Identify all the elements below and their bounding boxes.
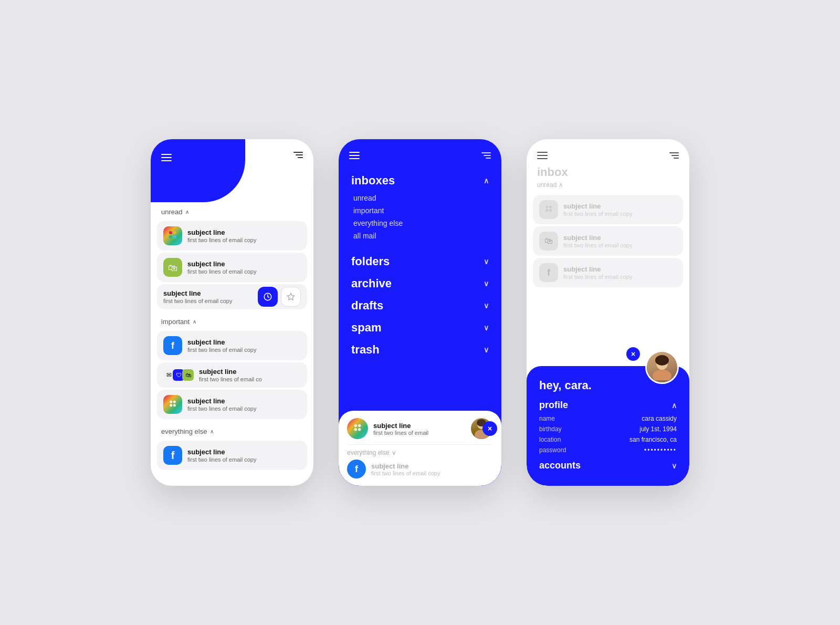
email-item-6[interactable]: f subject line first two lines of email …: [157, 441, 307, 470]
svg-point-18: [545, 206, 548, 209]
clock-action[interactable]: [258, 287, 278, 307]
menu-hamburger-icon[interactable]: [349, 152, 360, 159]
email-item-multi[interactable]: ✉ 🛡 🛍 subject line first two lines of em…: [157, 362, 307, 388]
swipe-actions: [258, 287, 301, 307]
important-chevron[interactable]: ∧: [193, 319, 196, 325]
avatar-slack-2: [163, 395, 182, 414]
bottom-email-item-2[interactable]: f subject line first two lines of email …: [347, 460, 493, 478]
profile-chevron[interactable]: ∧: [671, 401, 677, 410]
profile-filter-icon[interactable]: [669, 152, 679, 159]
bottom-email-item[interactable]: subject line first two lines of email ×: [347, 418, 493, 439]
important-section-label: important ∧: [151, 311, 313, 329]
profile-unread-label: unread ∧: [527, 181, 689, 193]
svg-point-21: [549, 209, 552, 212]
svg-marker-6: [287, 293, 294, 300]
drafts-chevron: ∨: [484, 301, 489, 310]
svg-point-7: [170, 401, 172, 403]
email-text-3: subject line first two lines of email co…: [187, 338, 256, 353]
profile-page-title: inbox: [527, 159, 689, 181]
screen-inbox: inbox unread ∧ subject line first two li…: [151, 139, 313, 486]
svg-text:🛍: 🛍: [168, 263, 177, 273]
bottom-close-btn[interactable]: ×: [482, 421, 497, 436]
inboxes-section: inboxes ∧ unread important everything el…: [339, 170, 501, 242]
everything-else-chevron[interactable]: ∧: [210, 429, 214, 434]
profile-menu-icon[interactable]: [537, 152, 548, 159]
screen-menu: inboxes ∧ unread important everything el…: [339, 139, 501, 486]
nav-unread[interactable]: unread: [351, 192, 489, 204]
archive-label[interactable]: archive ∨: [351, 273, 489, 295]
menu-icon[interactable]: [161, 154, 172, 161]
avatar-shopify-1: 🛍: [163, 258, 182, 277]
profile-close-btn[interactable]: ×: [626, 347, 640, 361]
email-text-5: subject line first two lines of email co…: [187, 397, 256, 412]
unread-section-label: unread ∧: [151, 202, 313, 219]
profile-email-2[interactable]: 🛍 subject line first two lines of email …: [533, 226, 683, 256]
star-action[interactable]: [281, 287, 301, 307]
birthday-row: birthday july 1st, 1994: [539, 425, 677, 433]
svg-point-3: [173, 235, 176, 238]
profile-header: [527, 139, 689, 159]
email-item-2[interactable]: 🛍 subject line first two lines of email …: [157, 253, 307, 282]
everything-else-label: everything else ∨: [347, 449, 493, 456]
nav-all-mail[interactable]: all mail: [351, 230, 489, 242]
bottom-card: subject line first two lines of email ×: [339, 411, 501, 486]
folders-chevron: ∨: [484, 257, 489, 266]
profile-email-1[interactable]: subject line first two lines of email co…: [533, 195, 683, 224]
email-item-5[interactable]: subject line first two lines of email co…: [157, 390, 307, 419]
trash-label[interactable]: trash ∨: [351, 339, 489, 361]
profile-avatar-slack: [539, 200, 558, 219]
accounts-chevron[interactable]: ∨: [671, 462, 677, 470]
inboxes-label[interactable]: inboxes ∧: [351, 170, 489, 192]
menu-header: [339, 139, 501, 170]
svg-point-13: [354, 428, 358, 431]
email-item-3[interactable]: f subject line first two lines of email …: [157, 331, 307, 360]
inboxes-chevron: ∧: [484, 176, 489, 185]
email-text-multi: subject line first two lines of email co: [199, 368, 262, 382]
menu-filter-icon[interactable]: [481, 152, 491, 159]
nav-important[interactable]: important: [351, 204, 489, 217]
name-row: name cara cassidy: [539, 415, 677, 422]
email-item-1[interactable]: subject line first two lines of email co…: [157, 221, 307, 251]
svg-point-19: [549, 206, 552, 209]
filter-icon[interactable]: [293, 152, 303, 158]
bottom-email-text-2: subject line first two lines of email co…: [371, 462, 440, 476]
svg-point-9: [170, 404, 172, 407]
spam-chevron: ∨: [484, 324, 489, 332]
avatar-facebook-bottom: f: [347, 460, 366, 478]
profile-email-text-2: subject line first two lines of email co…: [563, 234, 632, 248]
folders-label[interactable]: folders ∨: [351, 251, 489, 273]
bottom-avatar-slack: [347, 418, 368, 439]
unread-chevron[interactable]: ∧: [185, 209, 189, 215]
profile-email-3[interactable]: f subject line first two lines of email …: [533, 258, 683, 287]
svg-point-1: [173, 231, 176, 234]
accounts-section: accounts ∨: [539, 460, 677, 471]
trash-chevron: ∨: [484, 346, 489, 354]
email-text-1: subject line first two lines of email co…: [187, 228, 256, 243]
profile-card: × hey, cara. profile ∧ name cara cassidy…: [527, 366, 689, 486]
everything-else-section: everything else ∨ f subject line first t…: [347, 444, 493, 478]
email-item-active[interactable]: subject line first two lines of email co…: [157, 284, 307, 309]
svg-point-14: [358, 428, 361, 431]
profile-avatar-facebook: f: [539, 263, 558, 282]
multi-avatar: ✉ 🛡 🛍: [163, 369, 194, 381]
archive-chevron: ∨: [484, 279, 489, 288]
drafts-label[interactable]: drafts ∨: [351, 295, 489, 317]
folders-section: folders ∨: [339, 251, 501, 273]
spam-label[interactable]: spam ∨: [351, 317, 489, 339]
svg-point-23: [653, 370, 671, 380]
profile-email-text-3: subject line first two lines of email co…: [563, 265, 632, 280]
email-text-6: subject line first two lines of email co…: [187, 448, 256, 463]
archive-section: archive ∨: [339, 273, 501, 295]
profile-avatar-shopify: 🛍: [539, 232, 558, 251]
svg-point-12: [358, 424, 361, 428]
location-row: location san francisco, ca: [539, 436, 677, 443]
avatar-facebook-1: f: [163, 336, 182, 355]
password-row: password ••••••••••: [539, 446, 677, 454]
drafts-section: drafts ∨: [339, 295, 501, 317]
profile-section-title: profile ∧: [539, 400, 677, 411]
spam-section: spam ∨: [339, 317, 501, 339]
avatar-facebook-2: f: [163, 446, 182, 465]
nav-everything-else[interactable]: everything else: [351, 217, 489, 230]
trash-section: trash ∨: [339, 339, 501, 361]
svg-point-2: [169, 235, 172, 238]
